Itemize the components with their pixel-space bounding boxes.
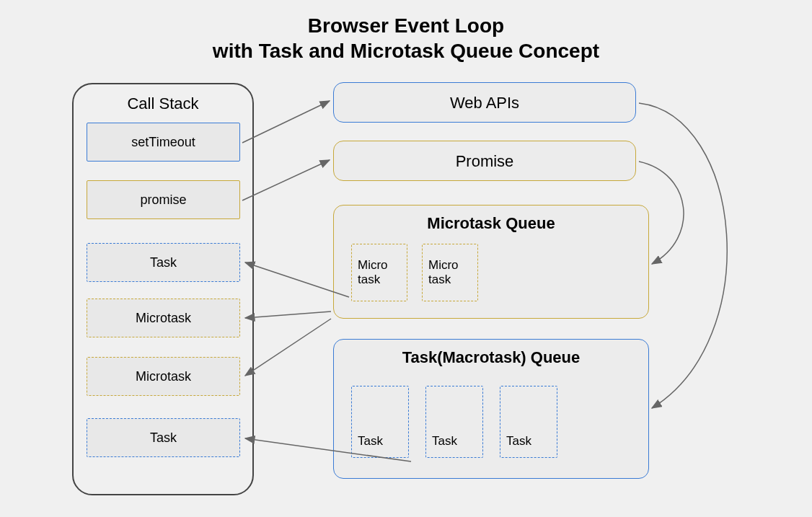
web-apis-label: Web APIs xyxy=(334,83,635,123)
stack-item-settimeout: setTimeout xyxy=(87,123,240,162)
stack-item-promise: promise xyxy=(87,180,240,219)
microtask-item-label: Micro task xyxy=(358,258,401,287)
task-item-label: Task xyxy=(358,434,383,448)
promise-label: Promise xyxy=(334,141,635,182)
stack-item-label: promise xyxy=(140,193,186,208)
svg-line-2 xyxy=(242,160,330,200)
stack-item-task-1: Task xyxy=(87,243,240,282)
microtask-queue-label: Microtask Queue xyxy=(334,214,648,233)
task-item-1: Task xyxy=(351,386,409,458)
diagram-title: Browser Event Loop with Task and Microta… xyxy=(0,13,812,63)
stack-item-label: Microtask xyxy=(136,311,191,326)
task-item-label: Task xyxy=(506,434,531,448)
stack-item-microtask-2: Microtask xyxy=(87,357,240,396)
title-line-2: with Task and Microtask Queue Concept xyxy=(213,40,599,62)
call-stack-label: Call Stack xyxy=(74,94,252,113)
svg-line-1 xyxy=(242,101,330,143)
promise-box: Promise xyxy=(333,141,636,181)
microtask-item-label: Micro task xyxy=(428,258,472,287)
web-apis-box: Web APIs xyxy=(333,82,636,123)
stack-item-label: setTimeout xyxy=(131,135,195,150)
stack-item-label: Task xyxy=(150,430,177,446)
stack-item-microtask-1: Microtask xyxy=(87,299,240,337)
svg-line-5 xyxy=(245,319,331,376)
task-queue-label: Task(Macrotask) Queue xyxy=(334,348,648,367)
microtask-item-1: Micro task xyxy=(351,244,407,301)
title-line-1: Browser Event Loop xyxy=(308,14,504,37)
task-item-label: Task xyxy=(432,434,457,448)
stack-item-label: Microtask xyxy=(136,369,191,384)
stack-item-task-2: Task xyxy=(87,418,240,457)
svg-line-4 xyxy=(245,311,331,318)
microtask-item-2: Micro task xyxy=(422,244,478,301)
task-item-3: Task xyxy=(500,386,557,458)
task-item-2: Task xyxy=(425,386,483,458)
stack-item-label: Task xyxy=(150,255,177,270)
